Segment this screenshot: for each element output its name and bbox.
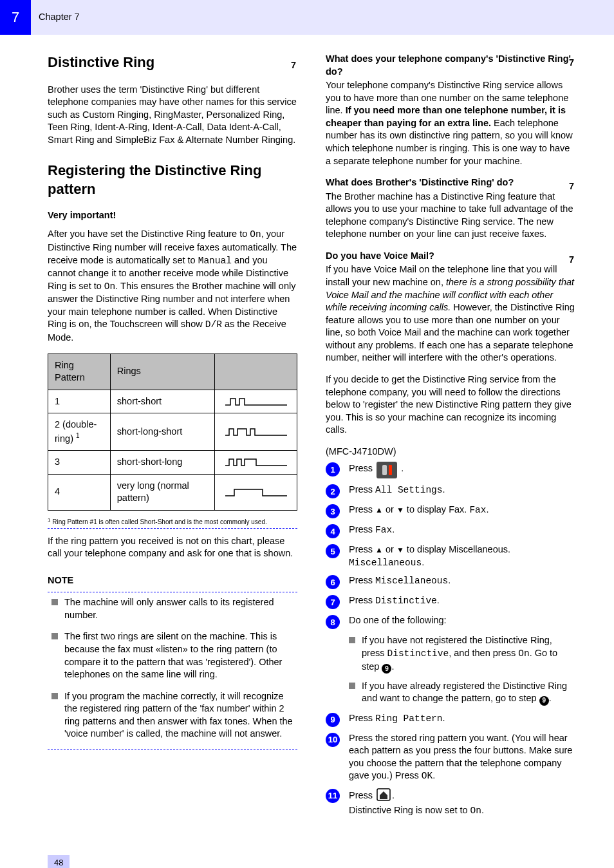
s3b: or xyxy=(383,504,396,514)
step-2-text: Press All Settings. xyxy=(349,484,575,497)
s5b: or xyxy=(383,544,396,554)
table-footnote: 1 Ring Pattern #1 is often called Short-… xyxy=(48,517,297,527)
step-ref-9-badge[interactable]: 9 xyxy=(539,696,549,706)
ref9a: 9 xyxy=(385,665,389,674)
s5a: Press xyxy=(349,544,375,554)
step-4: 4 Press Fax. xyxy=(326,524,575,538)
step-1-text-a: Press xyxy=(349,463,375,473)
step-4-text: Press Fax. xyxy=(349,524,575,537)
telco-para: Your telephone company's Distinctive Rin… xyxy=(326,79,575,167)
table-header-pattern: Ring Pattern xyxy=(48,354,111,390)
step-11: 11 Press . Distinctive Ring is now set t… xyxy=(326,788,575,818)
s11b: . xyxy=(392,790,395,800)
step-badge-6: 6 xyxy=(326,575,340,589)
subhead-voicemail: Do you have Voice Mail? xyxy=(326,250,575,263)
step-badge-5: 5 xyxy=(326,544,340,558)
step-10-text: Press the stored ring pattern you want. … xyxy=(349,732,575,783)
registering-para: After you have set the Distinctive Ring … xyxy=(48,229,297,343)
pattern-wave xyxy=(215,451,297,475)
pattern-id: 1 xyxy=(48,390,111,413)
footnote-ref: 1 xyxy=(76,432,80,439)
down-triangle-icon: ▼ xyxy=(396,505,404,515)
square-bullet-icon xyxy=(51,633,58,639)
footnote-num: 1 xyxy=(48,517,50,523)
chapter-number: 7 xyxy=(12,8,19,27)
step-1: 1 Press . xyxy=(326,462,575,478)
square-bullet-icon xyxy=(349,637,355,643)
section-ref-7c: 7 xyxy=(569,180,574,193)
table-header-image xyxy=(215,354,297,390)
step-8a-text: If you have not registered the Distincti… xyxy=(362,634,575,673)
chapter-tab: 7 xyxy=(0,0,31,35)
pattern-desc: short-short-long xyxy=(110,451,215,475)
model-label: (MFC-J4710DW) xyxy=(326,446,575,458)
step-badge-2: 2 xyxy=(326,484,340,498)
top-band: 7 Chapter 7 xyxy=(0,0,614,35)
note-box: NOTE The machine will only answer calls … xyxy=(48,574,297,750)
square-bullet-icon xyxy=(51,599,58,605)
step-9-text: Press Ring Pattern. xyxy=(349,712,575,726)
step-badge-7: 7 xyxy=(326,595,340,609)
table-header-rings: Rings xyxy=(110,354,215,390)
page-number: 48 xyxy=(48,855,70,868)
step-badge-4: 4 xyxy=(326,524,340,538)
table-row: 2 (double-ring) 1 short-long-short xyxy=(48,413,297,451)
section-ref-7d: 7 xyxy=(569,254,574,267)
up-triangle-icon: ▲ xyxy=(375,505,383,515)
pattern-wave xyxy=(215,413,297,451)
right-column: What does your telephone company's 'Dist… xyxy=(326,53,575,823)
step-2: 2 Press All Settings. xyxy=(326,484,575,498)
note-heading: NOTE xyxy=(48,574,297,587)
pattern-desc: short-long-short xyxy=(110,413,215,451)
list-item: The machine will only answer calls to it… xyxy=(51,596,297,621)
step-7-text: Press Distinctive. xyxy=(349,594,575,608)
step-7: 7 Press Distinctive. xyxy=(326,594,575,609)
step-6-text: Press Miscellaneous. xyxy=(349,574,575,588)
step-5: 5 Press ▲ or ▼ to display Miscellaneous.… xyxy=(326,543,575,569)
step-8: 8 Do one of the following: xyxy=(326,614,575,629)
section-ref-7b: 7 xyxy=(569,57,574,70)
pattern-wave xyxy=(215,474,297,510)
intro-para-1: Brother uses the term 'Distinctive Ring'… xyxy=(48,84,297,147)
note-divider-bottom xyxy=(48,750,297,750)
step-6: 6 Press Miscellaneous. xyxy=(326,574,575,589)
table-row: 3 short-short-long xyxy=(48,451,297,475)
step-badge-10: 10 xyxy=(326,733,340,747)
footnote-divider xyxy=(48,528,297,529)
ring-pattern-table: Ring Pattern Rings 1 short-short 2 ( xyxy=(48,354,297,511)
footnote-2: If the ring pattern you received is not … xyxy=(48,535,297,560)
footnote-text: Ring Pattern #1 is often called Short-Sh… xyxy=(52,518,267,525)
step-badge-1: 1 xyxy=(326,462,340,476)
ref9b: 9 xyxy=(542,696,546,705)
step-9: 9 Press Ring Pattern. xyxy=(326,712,575,727)
left-column: Distinctive Ring 7 Brother uses the term… xyxy=(48,53,297,823)
list-item: If you have not registered the Distincti… xyxy=(349,634,575,673)
note-text-1: The machine will only answer calls to it… xyxy=(64,596,297,621)
section-title-distinctive-ring: Distinctive Ring xyxy=(48,53,297,72)
note-text-3: If you program the machine correctly, it… xyxy=(64,690,297,741)
step-5-text: Press ▲ or ▼ to display Miscellaneous. M… xyxy=(349,543,575,569)
subhead-what-does-telco: What does your telephone company's 'Dist… xyxy=(326,53,575,78)
list-item: If you have already registered the Disti… xyxy=(349,680,575,706)
up-triangle-icon: ▲ xyxy=(375,545,383,555)
step-ref-9-badge[interactable]: 9 xyxy=(382,664,391,674)
s11a: Press xyxy=(349,790,375,800)
section-title-registering: Registering the Distinctive Ring pattern xyxy=(48,161,297,199)
note-divider-top xyxy=(48,592,297,592)
voicemail-para-2: If you decide to get the Distinctive Rin… xyxy=(326,373,575,437)
table-row: 1 short-short xyxy=(48,390,297,413)
step-badge-11: 11 xyxy=(326,789,340,803)
home-icon[interactable] xyxy=(377,788,391,805)
step-badge-9: 9 xyxy=(326,713,340,727)
pattern-id: 3 xyxy=(48,451,111,475)
s3a: Press xyxy=(349,504,375,514)
square-bullet-icon xyxy=(51,693,58,699)
down-triangle-icon: ▼ xyxy=(396,545,404,555)
step-1-text-b: . xyxy=(401,463,404,473)
tools-icon[interactable] xyxy=(377,462,397,478)
step-8b-text: If you have already registered the Disti… xyxy=(362,680,575,706)
pattern-desc: short-short xyxy=(110,390,215,413)
table-row: 4 very long (normal pattern) xyxy=(48,474,297,510)
list-item: The first two rings are silent on the ma… xyxy=(51,630,297,681)
subhead-what-does-brother: What does Brother's 'Distinctive Ring' d… xyxy=(326,176,575,189)
